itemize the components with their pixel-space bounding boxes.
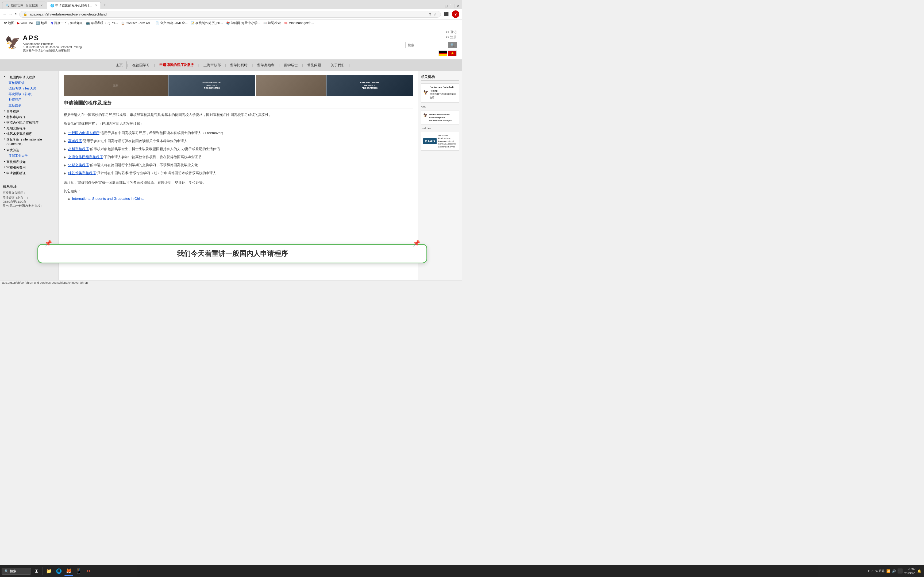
aps-header-right: >> 登记 >> 注册 🔍 ★: [405, 30, 457, 56]
tab-1-close[interactable]: ✕: [40, 4, 43, 7]
contact-title: 联系地址: [3, 184, 56, 189]
minimize-button[interactable]: ⊟: [444, 4, 448, 8]
aps-logo-section: 🦅 APS Akademische Prüfstelle Kulturrefer…: [5, 34, 82, 53]
nav-item-belgium[interactable]: 留学比利时: [226, 61, 251, 69]
other-services-list: ◆ International Students and Graduates i…: [64, 195, 413, 201]
bookmark-translate[interactable]: 🔤 翻译: [35, 20, 48, 26]
share-icon[interactable]: ⬆: [428, 12, 431, 16]
consulate-text: Generalkonsulat der Bundesrepublik Deuts…: [429, 113, 457, 122]
bookmark-xml[interactable]: 📄 全文阅读--XML全...: [154, 20, 189, 26]
sidebar-sub-interview[interactable]: 审核部面谈: [3, 80, 56, 86]
other-services-label: 其它服务：: [64, 188, 413, 194]
sidebar-sub-newinterview[interactable]: 重新面谈: [3, 103, 56, 108]
mindmanager-favicon: 🧠: [284, 21, 288, 25]
address-bar[interactable]: 🔒 aps.org.cn/zh/verfahren-und-services-d…: [19, 11, 441, 18]
tab-1[interactable]: 🔍 核部官网_百度搜索 ✕: [2, 2, 46, 9]
lock-icon: 🔒: [23, 12, 27, 16]
nav-item-about[interactable]: 关于我们: [327, 61, 348, 69]
nav-item-apply[interactable]: 申请德国的程序及服务: [156, 61, 198, 69]
daad-text: Deutscher Akademischer Austauschdienst G…: [438, 134, 457, 148]
aps-search-input[interactable]: [405, 42, 448, 48]
aps-text-block: APS Akademische Prüfstelle Kulturreferat…: [23, 34, 82, 53]
tab-2[interactable]: 🌐 申请德国的程序及服务 | 德国驻… ✕: [47, 2, 101, 9]
sidebar-menu: • 一般国内申请人程序 审核部面谈 德适考试（TestAS） 再次面谈（补考） …: [3, 74, 56, 176]
restore-button[interactable]: ⬜: [450, 4, 454, 8]
bookmark-contactform[interactable]: 📋 Contact Form Ad...: [120, 21, 154, 26]
sidebar-sub-reinterview[interactable]: 再次面谈（补考）: [3, 91, 56, 97]
sidebar-item-intl[interactable]: • 国际学生（Internationale Studenten）: [3, 137, 56, 147]
sidebar-item-procedure[interactable]: • 审核程序须知: [3, 159, 56, 165]
tab-1-title: 核部官网_百度搜索: [11, 3, 38, 8]
program-link-4[interactable]: 交流合作团组审核程序: [68, 155, 103, 159]
translate-favicon: 🔤: [36, 21, 40, 25]
nav-item-faq[interactable]: 常见问题: [304, 61, 325, 69]
program-item-6: ◆ "纯艺术类审核程序"只针对在中国纯艺术/音乐专业学习（过）并申请德国艺术或音…: [64, 169, 413, 177]
program-link-3[interactable]: 材料审核程序: [68, 147, 89, 151]
status-bar: aps.org.cn/zh/verfahren-und-services-deu…: [0, 280, 462, 285]
bookmark-poetry[interactable]: 📖 诗词检索: [262, 20, 282, 26]
nav-item-swiss[interactable]: 留学瑞士: [280, 61, 302, 69]
intl-students-link[interactable]: International Students and Graduates in …: [72, 197, 144, 201]
aps-search-button[interactable]: 🔍: [448, 42, 457, 48]
overlay-banner: 📌 📌 我们今天着重讲一般国内人申请程序: [37, 244, 427, 263]
program-link-5[interactable]: 短期交换程序: [68, 163, 89, 167]
sidebar-sub-testas[interactable]: 德适考试（TestAS）: [3, 86, 56, 91]
tab-2-close[interactable]: ✕: [95, 4, 97, 7]
nav-item-study[interactable]: 在德国学习: [129, 61, 153, 69]
tab-bar: 🔍 核部官网_百度搜索 ✕ 🌐 申请德国的程序及服务 | 德国驻… ✕ + ⊟ …: [0, 0, 462, 9]
sidebar-item-short-term[interactable]: • 短期交换程序: [3, 126, 56, 131]
aps-subtitle-2: Kulturreferat der Deutschen Botschaft Pe…: [23, 45, 82, 48]
program-item-4: ◆ "交流合作团组审核程序"下的申请人参加中德高校合作项目，旨在获得德国高校毕业…: [64, 153, 413, 161]
sidebar-item-fees[interactable]: • 审核相关费用: [3, 165, 56, 171]
bookmark-bilibili[interactable]: 📺 哔哩哔哩（'·'）つ...: [85, 20, 119, 26]
bookmark-resume[interactable]: 📝 在线制作简历_bili...: [189, 20, 224, 26]
bookmark-star-icon[interactable]: ☆: [434, 12, 437, 16]
bookmark-baidu[interactable]: 百 百度一下，你就知道: [49, 20, 84, 26]
extensions-button[interactable]: ⬛: [443, 11, 450, 17]
sidebar-sub-supplementary[interactable]: 补审程序: [3, 97, 56, 103]
nav-item-shanghai[interactable]: 上海审核部: [200, 61, 225, 69]
office-hours-label: 审核部办公时间：: [3, 191, 56, 195]
sidebar-item-materials[interactable]: • 材料审核程序: [3, 114, 56, 120]
bookmark-maps[interactable]: 🗺 地图: [3, 20, 16, 26]
aps-login-links: >> 登记 >> 注册: [446, 30, 457, 40]
related-title: 相关机构: [421, 74, 459, 81]
sidebar-item-quality[interactable]: • 素质筛选: [3, 147, 56, 153]
sidebar-item-general[interactable]: • 一般国内申请人程序: [3, 74, 56, 80]
program-link-6[interactable]: 纯艺术类审核程序: [68, 171, 96, 175]
eagle-icon: 🦅: [5, 34, 20, 52]
new-tab-button[interactable]: +: [101, 2, 108, 8]
chinese-flag[interactable]: ★: [448, 50, 457, 56]
embassy-header: 🦅 Deutschen Botschaft Peking 德意志联邦共和国驻华大…: [423, 86, 457, 99]
program-link-2[interactable]: 高考程序: [68, 139, 82, 143]
bookmark-mindmanager[interactable]: 🧠 MindManager中...: [283, 20, 315, 26]
aps-search-area: 🔍: [405, 42, 457, 48]
contact-section: 联系地址 审核部办公时间： 受理签证（北京）： 08:30点至11:00点 周一…: [3, 182, 56, 208]
baidu-favicon: 百: [50, 21, 53, 25]
user-button[interactable]: Y: [452, 10, 459, 18]
back-button[interactable]: ←: [3, 12, 7, 16]
nav-item-austria[interactable]: 留学奥地利: [254, 61, 278, 69]
forward-button[interactable]: →: [8, 12, 13, 16]
nav-item-home[interactable]: 主页: [112, 61, 127, 69]
sidebar-item-gaokao[interactable]: • 高考程序: [3, 109, 56, 114]
sidebar-sub-aachen[interactable]: 亚琛工业大学: [3, 153, 56, 159]
register-link[interactable]: >> 注册: [446, 35, 457, 40]
programs-list: ◆ "一般国内申请人程序"适用于具有中国高校学习经历，希望到德国读本科或硕士的申…: [64, 129, 413, 177]
program-item-2: ◆ "高考程序"适用于参加过中国高考后打算在德国攻读相关专业本科学位的申请人: [64, 137, 413, 145]
reload-button[interactable]: ↻: [15, 12, 18, 16]
resume-favicon: 📝: [191, 21, 195, 25]
content-note: 请注意，审核部仅受理审核中国教育部认可的各高校成绩单、在读证明、毕业证、学位证等…: [64, 180, 413, 185]
sidebar-item-exchange-group[interactable]: • 交流合作团组审核程序: [3, 120, 56, 126]
bookmark-xueke[interactable]: 📚 学科网-海量中小学...: [225, 20, 262, 26]
close-browser-button[interactable]: ✕: [457, 4, 460, 8]
intl-students-item: ◆ International Students and Graduates i…: [64, 195, 413, 201]
sidebar-item-visa[interactable]: • 申请德国签证: [3, 171, 56, 176]
login-link[interactable]: >> 登记: [446, 30, 457, 34]
program-link-1[interactable]: 一般国内申请人程序: [68, 131, 99, 135]
bookmark-youtube[interactable]: ▶ YouTube: [16, 21, 34, 26]
german-flag[interactable]: [438, 50, 447, 56]
address-bar-container: ← → ↻ 🔒 aps.org.cn/zh/verfahren-und-serv…: [0, 9, 462, 19]
nav-sep-2: |: [153, 63, 155, 67]
sidebar-item-arts[interactable]: • 纯艺术类审核程序: [3, 131, 56, 137]
